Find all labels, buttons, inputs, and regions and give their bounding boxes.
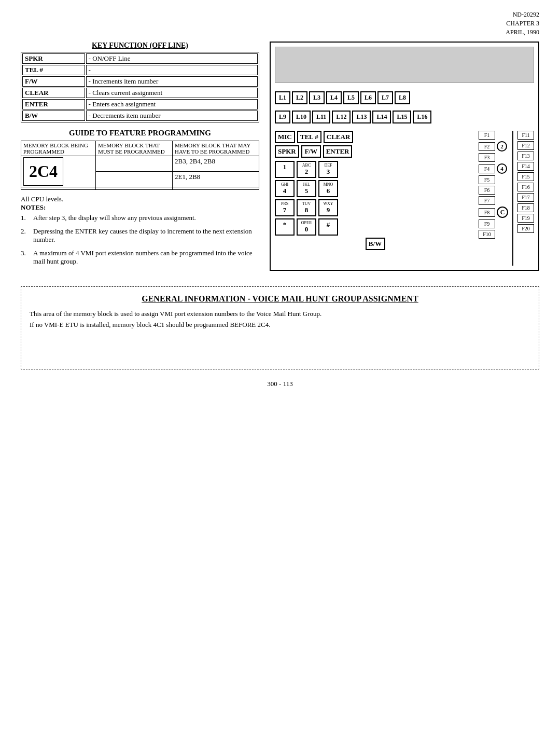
phone-display — [275, 47, 534, 83]
circle-indicator: C — [497, 207, 508, 218]
right-panel: L1L2L3L4L5L6L7L8 L9L10L11L12L13L14L15L16… — [270, 42, 539, 271]
phone-key[interactable]: WXY9 — [318, 199, 338, 216]
f-key-row: F3 — [479, 153, 508, 162]
note-item: 2.Depressing the ENTER key causes the di… — [21, 227, 259, 244]
phone-key[interactable]: OPER0 — [297, 218, 316, 236]
f-key[interactable]: F6 — [479, 186, 495, 195]
f-key[interactable]: F11 — [517, 131, 534, 140]
key-function-title: KEY FUNCTION (OFF LINE) — [21, 42, 259, 50]
bw-key[interactable]: B/W — [366, 238, 385, 250]
f-key[interactable]: F17 — [517, 193, 534, 202]
line-button[interactable]: L7 — [377, 91, 393, 104]
key-function-row: SPKR- ON/OFF Line — [22, 53, 258, 64]
key-function-row: B/W- Decrements item number — [22, 111, 258, 121]
line-button[interactable]: L11 — [312, 111, 330, 123]
f-key[interactable]: F18 — [517, 203, 534, 212]
f-key[interactable]: F15 — [517, 172, 534, 181]
line-button[interactable]: L1 — [275, 91, 290, 104]
memory-block-value: 2C4 — [23, 157, 63, 186]
line-button[interactable]: L8 — [395, 91, 410, 104]
f-key[interactable]: F1 — [479, 131, 495, 140]
key-function-row: CLEAR- Clears current assignment — [22, 88, 258, 98]
phone-key[interactable]: 1 — [275, 161, 295, 178]
circle-indicator: 2 — [497, 141, 507, 152]
f-key-row: F7 — [479, 196, 508, 205]
phone-key[interactable]: MNO6 — [318, 180, 338, 197]
f-key[interactable]: F2 — [479, 142, 495, 151]
f-keys-col1: F1F22F3F44F5F6F7F8CF9F10 — [479, 131, 508, 239]
line-button[interactable]: L5 — [343, 91, 359, 104]
line-buttons-row1: L1L2L3L4L5L6L7L8 — [275, 91, 534, 104]
info-box-text1: This area of the memory block is used to… — [30, 309, 530, 331]
f-key-row: F6 — [479, 186, 508, 195]
f-key-row: F44 — [479, 163, 508, 174]
phone-key[interactable]: ENTER — [323, 145, 353, 158]
line-button[interactable]: L9 — [275, 111, 290, 123]
line-button[interactable]: L3 — [309, 91, 325, 104]
f-key[interactable]: F10 — [479, 230, 495, 239]
info-box: GENERAL INFORMATION - VOICE MAIL HUNT GR… — [21, 286, 539, 369]
line-button[interactable]: L15 — [393, 111, 411, 123]
page-number: 300 - 113 — [21, 380, 539, 388]
line-button[interactable]: L6 — [360, 91, 376, 104]
info-box-title: GENERAL INFORMATION - VOICE MAIL HUNT GR… — [30, 294, 530, 304]
row-mic: MICTEL #CLEAR — [275, 131, 475, 143]
f-key[interactable]: F12 — [517, 141, 534, 150]
f-keys-col2: F11F12F13F14F15F16F17F18F19F20 — [517, 131, 534, 233]
f-key[interactable]: F4 — [479, 164, 495, 173]
row-spkr: SPKRF/WENTER — [275, 145, 475, 158]
f-key[interactable]: F16 — [517, 183, 534, 191]
f-key[interactable]: F13 — [517, 152, 534, 160]
header-line1: ND-20292 — [21, 10, 539, 19]
keypad-row: 1ABC2DEF3 — [275, 161, 475, 178]
phone-key[interactable]: F/W — [301, 145, 321, 158]
line-button[interactable]: L4 — [326, 91, 342, 104]
f-key-row: F22 — [479, 141, 508, 152]
circle-indicator: 4 — [497, 163, 507, 174]
guide-table: MEMORY BLOCK BEING PROGRAMMED MEMORY BLO… — [21, 141, 259, 190]
notes-label: NOTES: — [21, 203, 259, 212]
f-key[interactable]: F7 — [479, 196, 495, 205]
f-key[interactable]: F3 — [479, 153, 495, 162]
keypad-row: GHI4JKL5MNO6 — [275, 180, 475, 197]
line-button[interactable]: L10 — [292, 111, 311, 123]
f-key-row: F9 — [479, 219, 508, 228]
f-key-row: F8C — [479, 207, 508, 218]
header-line3: APRIL, 1990 — [21, 28, 539, 37]
phone-key[interactable]: GHI4 — [275, 180, 295, 197]
line-button[interactable]: L13 — [352, 111, 371, 123]
f-key[interactable]: F20 — [517, 224, 534, 233]
phone-key[interactable]: CLEAR — [324, 131, 354, 143]
key-function-row: ENTER- Enters each assignment — [22, 99, 258, 109]
phone-key[interactable]: ABC2 — [297, 161, 316, 178]
key-function-row: TEL #- — [22, 65, 258, 75]
phone-key[interactable]: # — [318, 218, 338, 236]
line-button[interactable]: L12 — [332, 111, 351, 123]
key-function-row: F/W- Increments item number — [22, 76, 258, 87]
key-function-table: SPKR- ON/OFF LineTEL #-F/W- Increments i… — [21, 52, 259, 122]
phone-key[interactable]: DEF3 — [318, 161, 338, 178]
f-key[interactable]: F9 — [479, 219, 495, 228]
f-key-row: F5 — [479, 175, 508, 184]
bw-row: B/W — [275, 238, 475, 250]
header-line2: CHAPTER 3 — [21, 19, 539, 28]
line-button[interactable]: L16 — [413, 111, 431, 123]
phone-key[interactable]: JKL5 — [297, 180, 316, 197]
note-item: 3.A maximum of 4 VMI port extension numb… — [21, 249, 259, 266]
phone-key[interactable]: PRS7 — [275, 199, 295, 216]
line-button[interactable]: L2 — [292, 91, 307, 104]
f-key-row: F10 — [479, 230, 508, 239]
line-buttons-row2: L9L10L11L12L13L14L15L16 — [275, 111, 534, 123]
f-key[interactable]: F8 — [479, 208, 495, 217]
phone-key[interactable]: SPKR — [275, 145, 299, 158]
phone-key[interactable]: MIC — [275, 131, 295, 143]
phone-key[interactable]: TEL # — [297, 131, 321, 143]
phone-key[interactable]: TUV8 — [297, 199, 316, 216]
page-header: ND-20292 CHAPTER 3 APRIL, 1990 — [21, 10, 539, 36]
phone-key[interactable]: * — [275, 218, 295, 236]
f-key[interactable]: F14 — [517, 162, 534, 171]
divider — [512, 131, 513, 266]
f-key[interactable]: F19 — [517, 214, 534, 223]
f-key[interactable]: F5 — [479, 175, 495, 184]
line-button[interactable]: L14 — [372, 111, 391, 123]
